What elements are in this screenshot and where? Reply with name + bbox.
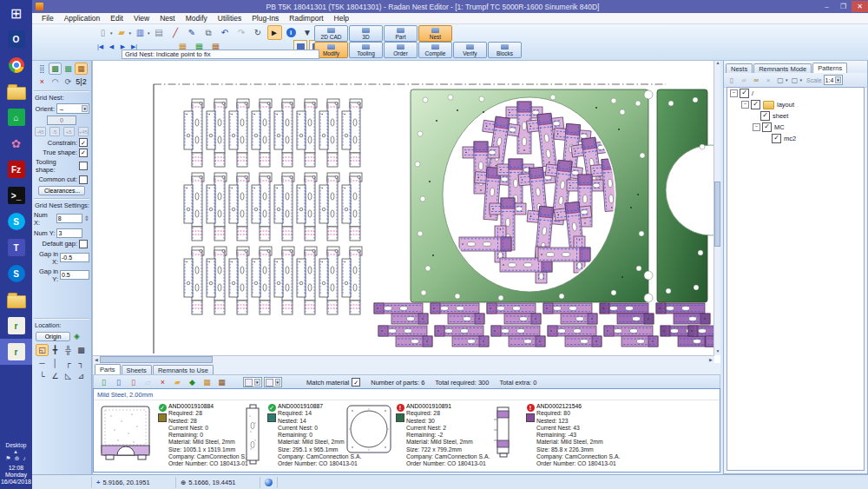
vscroll-thumb[interactable]	[714, 182, 720, 247]
tree-checkbox[interactable]: ✓	[772, 134, 781, 143]
vertical-scrollbar[interactable]: ▲ ▼	[713, 60, 720, 355]
mode-nest[interactable]: Nest	[418, 25, 452, 42]
part-card[interactable]: AND0002121546Required: 80Nested: 123Curr…	[536, 403, 634, 468]
default-gap-checkbox[interactable]	[79, 240, 88, 248]
chevron-down-icon[interactable]: ▾	[275, 379, 281, 386]
loc-grid-half-icon[interactable]: ╬	[62, 344, 75, 356]
scroll-down-icon[interactable]: ▼	[714, 348, 721, 355]
expander-icon[interactable]: −	[753, 123, 760, 131]
undo-icon[interactable]: ↶	[218, 25, 233, 40]
tab-parts[interactable]: Parts	[95, 364, 121, 374]
angle-input[interactable]	[47, 116, 76, 125]
thumb-size-select[interactable]: ▾	[243, 377, 262, 387]
angle-m5-button[interactable]: -5	[49, 127, 61, 136]
mode-3d[interactable]: 3D	[349, 25, 383, 42]
loc-grid-fill-icon[interactable]: ▩	[75, 344, 88, 356]
menu-modify[interactable]: Modify	[181, 14, 213, 23]
nested-part-cluster[interactable]	[604, 326, 658, 347]
tree-item-MC[interactable]: −✓MC	[727, 122, 864, 133]
chevron-down-icon[interactable]: ▾	[835, 76, 841, 83]
tree-item-root[interactable]: −✓/	[727, 88, 864, 99]
taskbar-item-terminal[interactable]: >_	[0, 182, 32, 208]
angle-p45-button[interactable]: +45	[78, 127, 89, 136]
taskbar-item-file-explorer[interactable]	[0, 78, 32, 104]
restore-button[interactable]: ❐	[835, 1, 852, 12]
nested-part-cluster[interactable]	[378, 326, 432, 347]
ratio-icon[interactable]: 5|2	[75, 76, 88, 88]
tab-sheets[interactable]: Sheets	[122, 365, 152, 374]
first-nest-icon[interactable]: |◀	[95, 43, 106, 50]
table-view-icon[interactable]: ▦	[201, 376, 214, 389]
scroll-right-icon[interactable]: ▶	[707, 356, 714, 363]
spinner-icon[interactable]: ⇕	[84, 215, 89, 222]
nested-part-cluster[interactable]	[435, 326, 489, 347]
find-pattern-icon[interactable]: ∞	[750, 74, 762, 86]
menu-nest[interactable]: Nest	[155, 14, 180, 23]
taskbar-item-start[interactable]: ⊞	[0, 0, 32, 26]
mode-2dcad[interactable]: 2D CAD	[314, 25, 348, 42]
bottom-nested-parts[interactable]	[374, 303, 714, 347]
loc-corner-bl-icon[interactable]: └	[36, 370, 49, 382]
taskbar-item-teams[interactable]: T	[0, 235, 32, 261]
lasso-icon[interactable]: ◠	[49, 76, 62, 88]
loc-corner-icon[interactable]: ◱	[36, 344, 49, 356]
taskbar-item-filezilla[interactable]: Fz	[0, 156, 32, 182]
part-thumbnail[interactable]	[489, 404, 515, 461]
chevron-down-icon[interactable]: ▾	[82, 105, 88, 112]
tab-patterns[interactable]: Patterns	[812, 63, 847, 73]
tab-remnantstouse[interactable]: Remnants to Use	[153, 365, 214, 374]
array-nest-icon[interactable]: ⣿	[36, 63, 49, 75]
angle-p5-button[interactable]: +5	[63, 127, 75, 136]
grid-nest-parts[interactable]	[184, 99, 362, 314]
new-icon[interactable]: ▯	[95, 25, 110, 40]
browse-folder-icon[interactable]: ▰	[171, 376, 184, 389]
dropdown-caret-icon[interactable]: ▾	[110, 30, 113, 36]
menu-radimport[interactable]: Radimport	[284, 14, 328, 23]
tray-icons[interactable]: ⚑ ⊕ ♪	[5, 455, 27, 462]
nest-canvas-area[interactable]: ▲ ▼ ◀ ▶	[92, 60, 720, 363]
menu-view[interactable]: View	[128, 14, 155, 23]
loc-angle-icon[interactable]: ∠	[49, 370, 62, 382]
nest-drawing[interactable]	[93, 60, 714, 355]
draw-pen-icon[interactable]: ✎	[185, 25, 200, 40]
horizontal-scrollbar[interactable]: ◀ ▶	[93, 355, 714, 363]
loc-tri-l-icon[interactable]: ◺	[62, 370, 75, 382]
mode-compile[interactable]: Compile	[418, 42, 452, 58]
taskbar-item-radan[interactable]: r	[0, 339, 32, 365]
loc-corner-tr-icon[interactable]: ┐	[75, 357, 88, 369]
menu-help[interactable]: Help	[329, 14, 354, 23]
trueshape-checkbox[interactable]: ✓	[79, 149, 88, 157]
chevron-down-icon[interactable]: ▾	[254, 379, 260, 386]
loc-grid-full-icon[interactable]: ╋	[49, 344, 62, 356]
taskbar-item-store[interactable]: ⌂	[0, 104, 32, 130]
filter-icon[interactable]: ▼	[300, 25, 315, 40]
constrain-checkbox[interactable]: ✓	[79, 138, 88, 147]
nested-part-cluster[interactable]	[487, 303, 541, 324]
tray-chevron-icon[interactable]: ▴	[14, 448, 18, 455]
sort-mode-select[interactable]: ▾	[264, 377, 283, 387]
tree-checkbox[interactable]: ✓	[740, 89, 749, 98]
taskbar-item-skype[interactable]: S	[0, 208, 32, 235]
rotate-icon[interactable]: ↻	[251, 25, 266, 40]
print-icon[interactable]: ▤	[152, 25, 167, 40]
menu-file[interactable]: File	[36, 14, 59, 23]
commoncut-checkbox[interactable]	[79, 175, 88, 184]
part-properties-icon[interactable]: ▯	[127, 376, 140, 389]
transform-icon[interactable]: ⧉	[201, 25, 216, 40]
part-thumbnail[interactable]	[241, 404, 264, 466]
taskbar-item-chrome[interactable]	[0, 52, 32, 78]
match-material-checkbox[interactable]: ✓	[352, 378, 360, 387]
loc-edge-h-icon[interactable]: ─	[36, 357, 49, 369]
open-icon[interactable]: ▰	[115, 25, 129, 40]
remove-part-icon[interactable]: ×	[156, 376, 169, 389]
toolingshape-checkbox[interactable]	[79, 162, 88, 170]
block-nest-icon[interactable]: ▩	[49, 63, 62, 75]
nested-part-cluster[interactable]	[374, 303, 428, 324]
nested-part-cluster[interactable]	[491, 326, 545, 347]
mode-blocks[interactable]: Blocks	[488, 42, 522, 58]
hscroll-thumb[interactable]	[100, 356, 213, 363]
nested-part-cluster[interactable]	[543, 303, 597, 324]
gap-y-input[interactable]	[60, 270, 89, 280]
nested-part-cluster[interactable]	[431, 303, 484, 324]
desktop-label[interactable]: Desktop	[6, 442, 27, 448]
